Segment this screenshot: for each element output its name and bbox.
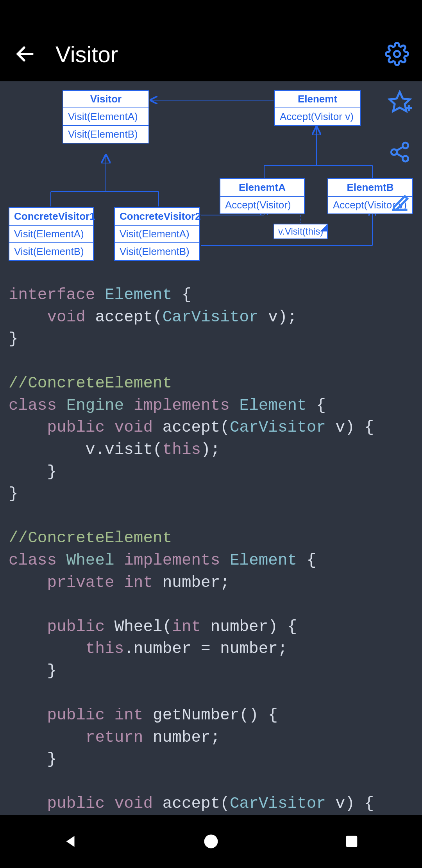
- txt: accept(: [153, 794, 230, 812]
- type: CarVisitor: [230, 418, 326, 436]
- uml-method: Visit(ElementB): [63, 126, 148, 143]
- kw: this: [163, 441, 201, 459]
- txt: }: [9, 463, 57, 481]
- uml-head: ConcreteVisitor2: [115, 208, 199, 226]
- uml-diagram: Visitor Visit(ElementA) Visit(ElementB) …: [0, 81, 422, 273]
- uml-concrete-visitor-1: ConcreteVisitor1 Visit(ElementA) Visit(E…: [9, 207, 94, 261]
- kw: this: [86, 640, 124, 658]
- uml-element-a: ElenemtA Accept(Visitor): [220, 178, 305, 214]
- svg-line-22: [397, 154, 403, 158]
- square-icon: [344, 834, 359, 849]
- kw: public: [47, 794, 105, 812]
- kw: public: [47, 618, 105, 636]
- type: Element: [240, 396, 307, 414]
- uml-head: Visitor: [63, 91, 148, 108]
- gear-icon: [385, 42, 409, 66]
- back-button[interactable]: [11, 40, 39, 68]
- txt: {: [307, 396, 326, 414]
- status-bar: [0, 0, 422, 27]
- comment: //ConcreteElement: [9, 529, 172, 547]
- kw: void: [47, 308, 85, 326]
- svg-point-20: [391, 149, 397, 155]
- kw: private: [47, 574, 114, 592]
- type: Element: [105, 286, 172, 304]
- uml-method: Visit(ElementA): [63, 108, 148, 126]
- arrow-left-icon: [14, 43, 36, 65]
- txt: );: [201, 441, 220, 459]
- uml-method: Accept(Visitor v): [275, 108, 360, 125]
- txt: number;: [153, 574, 230, 592]
- txt: [9, 640, 86, 658]
- code-block[interactable]: interface Element { void accept(CarVisit…: [0, 273, 422, 815]
- nav-back-button[interactable]: [59, 830, 82, 853]
- txt: getNumber() {: [143, 706, 277, 724]
- uml-head: Elenemt: [275, 91, 360, 108]
- svg-point-21: [402, 156, 408, 162]
- type: CarVisitor: [230, 794, 326, 812]
- txt: accept(: [86, 308, 163, 326]
- page-title: Visitor: [55, 41, 383, 67]
- txt: Wheel(: [105, 618, 172, 636]
- txt: [9, 574, 47, 592]
- android-nav-bar: [0, 815, 422, 868]
- star-add-icon: [388, 90, 412, 114]
- kw: int: [172, 618, 201, 636]
- app-bar: Visitor: [0, 27, 422, 81]
- kw: int: [114, 706, 143, 724]
- txt: v) {: [326, 418, 374, 436]
- kw: void: [114, 418, 153, 436]
- nav-recent-button[interactable]: [340, 830, 363, 853]
- favorite-add-button[interactable]: [386, 88, 413, 116]
- settings-button[interactable]: [383, 40, 411, 68]
- kw: int: [124, 574, 153, 592]
- share-icon: [388, 141, 411, 163]
- txt: {: [172, 286, 191, 304]
- txt: [9, 308, 47, 326]
- kw: implements: [124, 551, 220, 569]
- uml-method: Visit(ElementB): [9, 243, 93, 260]
- content-area[interactable]: Visitor Visit(ElementA) Visit(ElementB) …: [0, 81, 422, 815]
- txt: v.visit(: [9, 441, 163, 459]
- uml-visitor: Visitor Visit(ElementA) Visit(ElementB): [63, 90, 149, 143]
- edit-icon: [390, 192, 410, 212]
- txt: [9, 728, 86, 746]
- type: CarVisitor: [163, 308, 259, 326]
- kw: class: [9, 396, 57, 414]
- type: Element: [230, 551, 297, 569]
- nav-home-button[interactable]: [199, 830, 223, 853]
- kw: implements: [134, 396, 230, 414]
- svg-point-24: [204, 835, 218, 848]
- txt: v);: [259, 308, 297, 326]
- txt: [9, 618, 47, 636]
- uml-concrete-visitor-2: ConcreteVisitor2 Visit(ElementA) Visit(E…: [114, 207, 200, 261]
- txt: }: [9, 750, 57, 768]
- txt: }: [9, 485, 18, 503]
- uml-method: Visit(ElementB): [115, 243, 199, 260]
- share-button[interactable]: [386, 138, 413, 166]
- kw: public: [47, 418, 105, 436]
- txt: }: [9, 330, 18, 348]
- name: Wheel: [66, 551, 114, 569]
- uml-note: v.Visit(this): [274, 224, 328, 239]
- txt: [9, 418, 47, 436]
- txt: number) {: [201, 618, 297, 636]
- triangle-left-icon: [62, 833, 79, 850]
- uml-method: Accept(Visitor): [220, 197, 304, 213]
- kw: void: [114, 794, 153, 812]
- edit-button[interactable]: [386, 188, 413, 216]
- uml-method: Visit(ElementA): [9, 226, 93, 243]
- uml-method: Visit(ElementA): [115, 226, 199, 243]
- comment: //ConcreteElement: [9, 374, 172, 392]
- txt: [9, 706, 47, 724]
- kw: class: [9, 551, 57, 569]
- txt: v) {: [326, 794, 374, 812]
- txt: }: [9, 662, 57, 680]
- kw: interface: [9, 286, 95, 304]
- uml-element: Elenemt Accept(Visitor v): [274, 90, 361, 126]
- uml-head: ElenemtA: [220, 179, 304, 197]
- txt: accept(: [153, 418, 230, 436]
- svg-rect-25: [346, 836, 358, 847]
- kw: return: [86, 728, 143, 746]
- uml-head: ConcreteVisitor1: [9, 208, 93, 226]
- txt: .number = number;: [124, 640, 287, 658]
